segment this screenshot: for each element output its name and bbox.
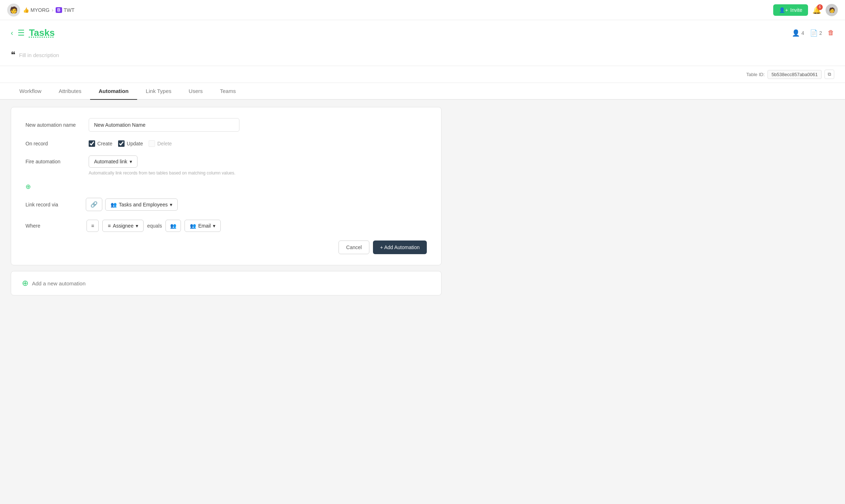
where-field-arrow: ▾: [136, 223, 138, 229]
tab-link-types[interactable]: Link Types: [137, 83, 180, 100]
description-area: ❝ Fill in description: [0, 44, 845, 66]
form-actions: Cancel + Add Automation: [25, 241, 427, 254]
update-checkbox[interactable]: [118, 140, 125, 147]
plus-icon-row: ⊕: [25, 183, 427, 191]
link-record-dropdown[interactable]: 👥 Tasks and Employees ▾: [105, 199, 178, 211]
fire-automation-value: Automated link: [94, 159, 127, 164]
create-checkbox-item[interactable]: Create: [89, 140, 112, 147]
equals-field-icon: 👥: [190, 223, 196, 229]
link-record-value: Tasks and Employees: [119, 202, 168, 207]
project-label[interactable]: TWT: [64, 7, 74, 13]
nav-right: 👤+ Invite 🔔 6 🧑: [773, 4, 838, 16]
top-nav: 🧑 👍 MYORG › B TWT 👤+ Invite 🔔 6 🧑: [0, 0, 845, 20]
docs-count: 2: [819, 30, 822, 36]
tab-workflow[interactable]: Workflow: [11, 83, 50, 100]
docs-button[interactable]: 📄 2: [810, 29, 822, 37]
tab-users[interactable]: Users: [180, 83, 211, 100]
page-title: Tasks: [29, 27, 55, 38]
on-record-row: On record Create Update Delete: [25, 140, 427, 147]
delete-label: Delete: [157, 141, 172, 146]
cancel-button[interactable]: Cancel: [339, 241, 369, 254]
fire-automation-dropdown[interactable]: Automated link ▾: [89, 155, 137, 168]
quote-icon: ❝: [11, 50, 15, 60]
delete-button[interactable]: 🗑: [828, 29, 834, 37]
equals-icon: 👥: [170, 223, 176, 229]
members-count: 4: [801, 30, 804, 36]
on-record-label: On record: [25, 141, 83, 146]
page-actions: 👤 4 📄 2 🗑: [792, 29, 834, 37]
where-field-icon: ≡: [108, 223, 111, 229]
tab-automation[interactable]: Automation: [90, 83, 137, 100]
members-icon: 👤: [792, 29, 800, 37]
link-record-icon: 👥: [111, 202, 117, 207]
update-label: Update: [127, 141, 143, 146]
create-checkbox[interactable]: [89, 140, 95, 147]
equals-field-dropdown[interactable]: 👥 Email ▾: [185, 220, 221, 232]
user-avatar-nav[interactable]: 🧑: [7, 4, 20, 17]
org-name: 👍 MYORG: [23, 7, 50, 13]
automation-name-input[interactable]: [89, 118, 239, 132]
org-label[interactable]: MYORG: [31, 7, 50, 13]
nav-left: 🧑 👍 MYORG › B TWT: [7, 4, 75, 17]
delete-icon: 🗑: [828, 29, 834, 37]
fire-automation-row: Fire automation Automated link ▾: [25, 155, 427, 168]
delete-checkbox[interactable]: [149, 140, 155, 147]
add-new-automation[interactable]: ⊕ Add a new automation: [11, 271, 442, 295]
link-record-label: Link record via: [25, 202, 83, 207]
add-new-plus-icon: ⊕: [22, 279, 28, 288]
where-label: Where: [25, 223, 83, 229]
docs-icon: 📄: [810, 29, 818, 37]
description-placeholder[interactable]: Fill in description: [19, 52, 59, 58]
where-list-button[interactable]: ≡: [87, 220, 99, 232]
equals-icon-button[interactable]: 👥: [165, 220, 181, 232]
link-record-row: Link record via 🔗 👥 Tasks and Employees …: [25, 198, 427, 211]
automation-card: New automation name On record Create Upd…: [11, 107, 442, 265]
add-automation-button[interactable]: + Add Automation: [373, 241, 427, 254]
breadcrumb-chevron: ›: [52, 7, 53, 13]
list-icon: ☰: [18, 28, 25, 38]
fire-automation-label: Fire automation: [25, 159, 83, 164]
user-avatar[interactable]: 🧑: [826, 4, 838, 16]
hint-text: Automatically link records from two tabl…: [25, 171, 427, 176]
copy-table-id-button[interactable]: ⧉: [825, 70, 834, 79]
create-label: Create: [97, 141, 112, 146]
tab-teams[interactable]: Teams: [211, 83, 244, 100]
name-label: New automation name: [25, 122, 83, 128]
where-field-value: Assignee: [113, 223, 134, 229]
where-row: Where ≡ ≡ Assignee ▾ equals 👥 👥 Email ▾: [25, 220, 427, 232]
org-path: 👍 MYORG › B TWT: [23, 7, 75, 13]
where-field-dropdown[interactable]: ≡ Assignee ▾: [102, 220, 144, 232]
invite-icon: 👤+: [779, 7, 788, 13]
link-icon: 🔗: [90, 201, 98, 207]
automation-name-row: New automation name: [25, 118, 427, 132]
content-area: New automation name On record Create Upd…: [0, 100, 845, 303]
tabs: Workflow Attributes Automation Link Type…: [0, 83, 845, 100]
notif-badge: 6: [817, 4, 823, 10]
project-letter: B: [56, 7, 62, 13]
where-list-icon: ≡: [91, 223, 94, 229]
back-button[interactable]: ‹: [11, 29, 13, 37]
invite-button[interactable]: 👤+ Invite: [773, 4, 808, 16]
checkbox-group: Create Update Delete: [89, 140, 172, 147]
table-id-label: Table ID:: [746, 72, 765, 77]
table-id-value: 5b538ecc857aba0061: [767, 70, 822, 79]
org-icon: 👍: [23, 7, 29, 13]
update-checkbox-item[interactable]: Update: [118, 140, 143, 147]
tab-attributes[interactable]: Attributes: [50, 83, 90, 100]
project-name: B TWT: [56, 7, 75, 13]
add-new-label: Add a new automation: [32, 280, 85, 286]
page-title-left: ‹ ☰ Tasks: [11, 27, 55, 38]
notifications-button[interactable]: 🔔 6: [812, 6, 821, 14]
link-record-arrow: ▾: [170, 202, 172, 207]
dropdown-arrow: ▾: [130, 159, 132, 164]
members-button[interactable]: 👤 4: [792, 29, 804, 37]
equals-text: equals: [147, 223, 162, 229]
equals-field-value: Email: [198, 223, 211, 229]
delete-checkbox-item[interactable]: Delete: [149, 140, 172, 147]
equals-field-arrow: ▾: [213, 223, 215, 229]
table-id-row: Table ID: 5b538ecc857aba0061 ⧉: [0, 66, 845, 83]
green-plus-icon[interactable]: ⊕: [25, 183, 31, 191]
link-icon-button[interactable]: 🔗: [86, 198, 102, 211]
